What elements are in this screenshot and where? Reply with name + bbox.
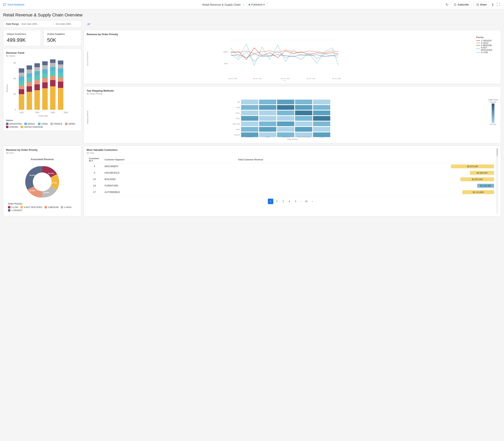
refresh-btn[interactable]: ↻	[445, 2, 449, 8]
svg-rect-36	[42, 61, 48, 65]
page-1-btn[interactable]: 1	[268, 199, 273, 204]
svg-text:6B: 6B	[14, 62, 16, 64]
svg-text:2B: 2B	[14, 93, 16, 95]
svg-text:Jan 09, 1994: Jan 09, 1994	[253, 78, 262, 79]
page-16-btn[interactable]: 16	[303, 199, 309, 204]
table-row: 4MACHINERY$2,873,346	[87, 163, 496, 170]
nation-japan: JAPAN	[65, 123, 75, 125]
legend-notspec: 4-NOT SPECIFIED	[476, 47, 498, 51]
svg-rect-87	[295, 110, 312, 115]
priority-y-label: Sum of Total Price	[87, 52, 89, 66]
svg-rect-86	[277, 110, 294, 115]
customers-table-card: Most Valuable Customers All Time Custome…	[84, 145, 501, 216]
notspec-legend-label: 4-NOT SPECIFIED	[481, 47, 498, 51]
star-icon[interactable]: ☆	[242, 3, 245, 6]
jordan-swatch	[6, 126, 8, 128]
svg-text:Date: Date	[283, 80, 286, 81]
revenue-trend-subtitle: By Nation	[6, 55, 78, 57]
suppliers-label: Unique Suppliers	[47, 33, 78, 35]
svg-rect-45	[58, 82, 63, 88]
svg-rect-13	[19, 77, 24, 80]
page-5-btn[interactable]: 5	[293, 199, 298, 204]
svg-rect-79	[241, 105, 258, 110]
page-2-btn[interactable]: 2	[274, 199, 280, 204]
legend-3-medium: 3-MEDIUM	[45, 206, 58, 208]
published-badge[interactable]: Published ▾	[247, 2, 267, 7]
customers-title: Most Valuable Customers	[87, 148, 496, 151]
svg-text:19.98%: 19.98%	[43, 192, 49, 193]
pie-container: Associated Revenue 20.14%	[6, 156, 78, 213]
color-scale-gradient	[492, 104, 494, 123]
customer-revenue: $2,114,808	[235, 189, 496, 195]
bottom-section: Revenue by Order Priority All Time Assoc…	[3, 145, 501, 216]
scale-max: 859.65K	[490, 101, 496, 103]
argentina-swatch	[6, 123, 8, 125]
feedback-btn[interactable]: Send feedback	[3, 3, 24, 6]
date-swap-icon[interactable]: ⇄	[87, 22, 90, 26]
svg-rect-82	[295, 105, 312, 110]
svg-rect-24	[34, 84, 40, 90]
brazil-label: BRAZIL	[28, 123, 35, 125]
svg-rect-85	[259, 110, 276, 115]
svg-rect-92	[295, 116, 312, 121]
svg-rect-14	[19, 73, 24, 77]
published-dot	[249, 4, 250, 5]
share-icon	[476, 3, 479, 6]
high-line	[476, 43, 480, 43]
svg-rect-97	[295, 122, 312, 126]
end-date-input[interactable]	[56, 23, 85, 25]
svg-rect-31	[42, 82, 48, 88]
page-4-btn[interactable]: 4	[286, 199, 292, 204]
share-btn[interactable]: Share	[473, 2, 490, 7]
customers-subtitle: All Time	[87, 152, 496, 154]
info-btn[interactable]: ℹ	[491, 2, 494, 8]
shipping-subtitle: By Order Priority	[87, 93, 498, 95]
notspec-line	[476, 49, 480, 49]
scroll-thumb[interactable]	[497, 148, 498, 156]
heatmap-svg: AIR FOB MAIL RAIL REG AIR SHIP TRUCK	[89, 97, 487, 138]
svg-rect-103	[313, 127, 330, 132]
fullscreen-btn[interactable]: ⛶	[496, 2, 501, 7]
svg-rect-17	[27, 86, 32, 92]
3-medium-swatch	[45, 206, 47, 208]
suppliers-value: 50K	[47, 37, 78, 43]
svg-text:3-MEDIUM: 3-MEDIUM	[282, 136, 289, 138]
china-label: CHINA	[41, 123, 48, 125]
heatmap-wrapper: Shipping Method AIR FOB MAIL RAIL REG AI…	[87, 97, 498, 138]
customer-id: 17	[87, 189, 102, 195]
svg-rect-74	[241, 100, 258, 104]
svg-rect-49	[58, 64, 63, 69]
svg-rect-33	[42, 73, 48, 78]
legend-5-low: 5-LOW	[8, 206, 18, 208]
svg-text:4B: 4B	[14, 78, 16, 80]
nation-china: CHINA	[38, 123, 48, 125]
legend-urgent: 1-URGENT	[476, 39, 498, 42]
svg-rect-50	[58, 61, 63, 64]
legend-high: 2-HIGH	[476, 42, 498, 44]
shipping-y-label: Shipping Method	[87, 111, 89, 124]
svg-text:1992: 1992	[19, 111, 24, 114]
svg-text:20.03%: 20.03%	[30, 174, 35, 176]
1-urgent-label: 1-URGENT	[11, 209, 22, 211]
page-next-btn[interactable]: ›	[310, 199, 315, 204]
subscribe-btn[interactable]: Subscribe	[451, 2, 472, 7]
customer-segment: MACHINERY	[102, 163, 235, 170]
svg-text:20.09%: 20.09%	[30, 190, 35, 192]
svg-rect-94	[241, 122, 258, 126]
svg-rect-22	[27, 65, 32, 70]
customer-revenue: $2,873,346	[235, 163, 496, 170]
svg-text:RAIL: RAIL	[236, 118, 240, 120]
start-date-input[interactable]	[21, 23, 51, 25]
customer-segment: BUILDING	[102, 176, 235, 183]
svg-rect-93	[313, 116, 330, 121]
svg-point-114	[33, 173, 52, 191]
svg-rect-84	[241, 110, 258, 115]
svg-rect-23	[34, 90, 40, 110]
nation-uk: UNITED KINGDOM	[21, 126, 43, 128]
unique-suppliers-card: Unique Suppliers 50K	[43, 30, 81, 46]
svg-rect-90	[259, 116, 276, 121]
5-low-label: 5-LOW	[11, 206, 18, 208]
scroll-indicator[interactable]	[496, 148, 498, 213]
medium-line	[476, 45, 480, 46]
page-3-btn[interactable]: 3	[280, 199, 286, 204]
